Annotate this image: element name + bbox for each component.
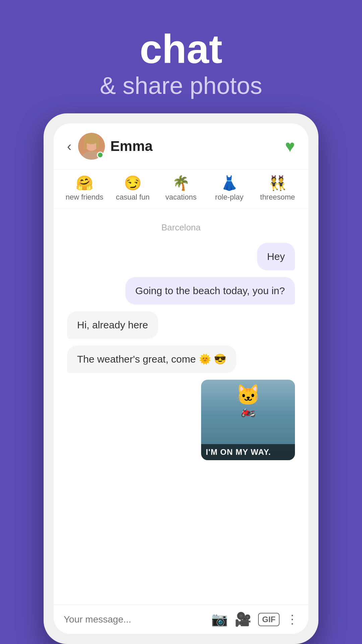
vacations-label: vacations bbox=[166, 193, 197, 202]
page-title: chat bbox=[100, 27, 262, 71]
threesome-label: threesome bbox=[260, 193, 295, 202]
casual-fun-icon: 😏 bbox=[124, 176, 141, 190]
online-indicator bbox=[97, 152, 104, 158]
phone-frame: ‹ bbox=[44, 113, 318, 644]
message-1: Hey bbox=[257, 243, 295, 270]
vacations-icon: 🌴 bbox=[172, 176, 190, 190]
new-friends-label: new friends bbox=[66, 193, 104, 202]
interest-threesome[interactable]: 👯 threesome bbox=[253, 176, 302, 202]
phone-inner: ‹ bbox=[54, 123, 308, 634]
message-4: The weather's great, come 🌞 😎 bbox=[67, 345, 236, 373]
more-button[interactable]: ⋮ bbox=[286, 612, 298, 627]
gif-message: 🐱 🏍️ I'M ON MY WAY. bbox=[201, 380, 295, 460]
svg-rect-5 bbox=[96, 139, 99, 149]
page-subtitle: & share photos bbox=[100, 71, 262, 100]
chat-header: ‹ bbox=[54, 123, 308, 169]
heart-button[interactable]: ♥ bbox=[285, 137, 295, 156]
gif-button[interactable]: GIF bbox=[258, 613, 280, 626]
gif-caption: I'M ON MY WAY. bbox=[201, 444, 295, 460]
interest-casual-fun[interactable]: 😏 casual fun bbox=[109, 176, 157, 202]
interest-vacations[interactable]: 🌴 vacations bbox=[157, 176, 205, 202]
message-2: Going to the beach today, you in? bbox=[125, 277, 295, 305]
gif-content: 🐱 🏍️ I'M ON MY WAY. bbox=[201, 380, 295, 460]
role-play-label: role-play bbox=[215, 193, 243, 202]
avatar-container bbox=[78, 133, 105, 160]
threesome-icon: 👯 bbox=[269, 176, 286, 190]
interests-bar: 🤗 new friends 😏 casual fun 🌴 vacations 👗… bbox=[54, 169, 308, 209]
chat-area: Barcelona Hey Going to the beach today, … bbox=[54, 209, 308, 604]
new-friends-icon: 🤗 bbox=[76, 176, 93, 190]
contact-name: Emma bbox=[110, 138, 285, 154]
interest-role-play[interactable]: 👗 role-play bbox=[205, 176, 253, 202]
header-section: chat & share photos bbox=[100, 27, 262, 100]
input-bar: 📷 🎥 GIF ⋮ bbox=[54, 604, 308, 634]
camera-button[interactable]: 📷 bbox=[211, 611, 228, 627]
casual-fun-label: casual fun bbox=[116, 193, 149, 202]
interest-new-friends[interactable]: 🤗 new friends bbox=[60, 176, 109, 202]
location-tag: Barcelona bbox=[67, 219, 295, 236]
video-button[interactable]: 🎥 bbox=[235, 611, 251, 627]
message-input[interactable] bbox=[64, 614, 204, 625]
message-3: Hi, already here bbox=[67, 311, 158, 339]
back-button[interactable]: ‹ bbox=[67, 139, 78, 154]
role-play-icon: 👗 bbox=[221, 176, 238, 190]
svg-rect-4 bbox=[84, 139, 87, 149]
